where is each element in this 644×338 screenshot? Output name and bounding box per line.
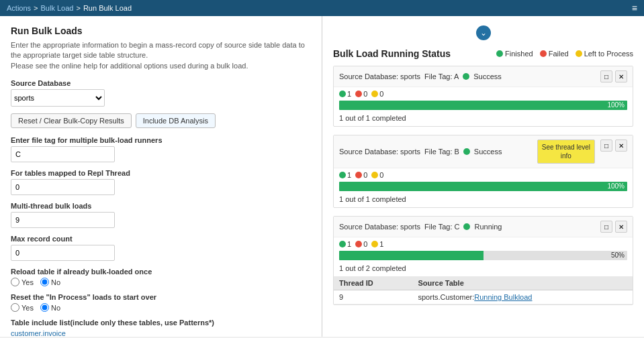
db-card-b-completed: 1 out of 1 completed	[334, 194, 633, 207]
progress-bar-a: 100%	[339, 101, 627, 110]
db-card-b-close-btn[interactable]: ✕	[615, 139, 627, 152]
db-card-c-header: Source Database: sports File Tag: C Runn…	[334, 217, 633, 237]
db-card-a-header: Source Database: sports File Tag: A Succ…	[334, 66, 633, 87]
counter-c-red-val: 0	[363, 240, 367, 248]
thread-table: Thread ID Source Table 9 sports.Customer…	[334, 276, 633, 304]
progress-bar-b-label: 100%	[607, 182, 625, 191]
reset-clear-button[interactable]: Reset / Clear Bulk-Copy Results	[11, 113, 132, 128]
reset-no-radio[interactable]	[40, 303, 49, 312]
reset-yes-option[interactable]: Yes	[11, 303, 34, 312]
file-tag-label: Enter file tag for multiple bulk-load ru…	[11, 136, 311, 144]
db-card-b-tag: File Tag: B	[424, 148, 459, 156]
legend-left-to-process-label: Left to Process	[584, 50, 633, 58]
counter-c-green-val: 1	[347, 240, 351, 248]
thread-col-id: Thread ID	[334, 276, 413, 290]
reset-yes-radio[interactable]	[11, 303, 19, 312]
db-card-a-counters: 1 0 0	[334, 87, 633, 101]
left-to-process-dot	[576, 50, 582, 57]
counter-b-yellow-val: 0	[379, 171, 383, 179]
db-card-c-expand-btn[interactable]: □	[600, 221, 612, 233]
source-database-group: Source Database sports other	[11, 79, 311, 107]
counter-b-red-dot	[355, 172, 362, 178]
legend-finished: Finished	[496, 50, 533, 58]
reload-no-label: No	[51, 278, 60, 286]
reset-inprocess-radios: Yes No	[11, 303, 311, 312]
chevron-down-icon[interactable]: ⌄	[476, 25, 491, 40]
reload-yes-radio[interactable]	[11, 278, 19, 286]
db-card-a-completed: 1 out of 1 completed	[334, 113, 633, 126]
db-card-c-tag: File Tag: C	[424, 223, 459, 231]
reload-table-group: Reload table if already bulk-loaded once…	[11, 268, 311, 286]
reset-yes-label: Yes	[21, 304, 34, 312]
actions-link[interactable]: Actions	[7, 4, 31, 12]
repl-thread-label: For tables mapped to Repl Thread	[11, 169, 311, 177]
status-legend: Finished Failed Left to Process	[496, 50, 633, 58]
reload-table-label: Reload table if already bulk-loaded once	[11, 268, 311, 276]
counter-a-green-dot	[339, 91, 346, 97]
max-record-label: Max record count	[11, 235, 311, 243]
reset-no-label: No	[51, 304, 60, 312]
db-card-b-title: Source Database: sports File Tag: B Succ…	[339, 148, 502, 156]
include-db-analysis-button[interactable]: Include DB Analysis	[136, 113, 216, 128]
file-tag-input[interactable]	[11, 146, 115, 162]
counter-a-green: 1	[339, 90, 351, 98]
reload-table-radios: Yes No	[11, 278, 311, 286]
running-bulkload-link[interactable]: Running Bulkload	[474, 293, 532, 301]
db-card-a-actions: □ ✕	[600, 70, 627, 82]
settings-icon[interactable]: ≡	[632, 3, 637, 13]
db-card-b-expand-btn[interactable]: □	[600, 139, 612, 152]
reload-no-option[interactable]: No	[40, 278, 60, 286]
multi-thread-label: Multi-thread bulk loads	[11, 202, 311, 210]
source-database-label: Source Database	[11, 79, 311, 87]
max-record-input[interactable]	[11, 245, 115, 261]
db-card-c-source: Source Database: sports	[339, 223, 420, 231]
db-card-b-status-dot	[463, 148, 470, 155]
db-card-c-completed: 1 out of 2 completed	[334, 263, 633, 276]
table-include-link[interactable]: customer.invoice	[11, 329, 66, 337]
counter-c-green-dot	[339, 241, 346, 247]
repl-thread-group: For tables mapped to Repl Thread	[11, 169, 311, 195]
counter-a-yellow: 0	[371, 90, 383, 98]
thread-level-tooltip: See thread levelinfo	[537, 139, 595, 164]
db-card-b-header: Source Database: sports File Tag: B Succ…	[334, 135, 633, 168]
legend-finished-label: Finished	[505, 50, 533, 58]
right-panel-title: Bulk Load Running Status	[333, 48, 451, 59]
table-include-group: Table include list(include only these ta…	[11, 319, 311, 337]
db-card-a-close-btn[interactable]: ✕	[615, 70, 627, 82]
thread-col-source: Source Table	[413, 276, 633, 290]
table-include-label: Table include list(include only these ta…	[11, 319, 311, 327]
source-database-select[interactable]: sports other	[11, 89, 105, 107]
status-header: Bulk Load Running Status Finished Failed…	[333, 48, 633, 59]
db-card-a-expand-btn[interactable]: □	[600, 70, 612, 82]
progress-bar-a-label: 100%	[607, 101, 625, 110]
counter-c-red-dot	[355, 241, 362, 247]
thread-source-cell: sports.Customer:Running Bulkload	[413, 290, 633, 304]
reset-inprocess-label: Reset the "In Process" loads to start ov…	[11, 293, 311, 301]
counter-a-red-dot	[355, 91, 362, 97]
left-panel-title: Run Bulk Loads	[11, 25, 311, 36]
reload-yes-option[interactable]: Yes	[11, 278, 34, 286]
thread-id-cell: 9	[334, 290, 413, 304]
db-card-c-status-dot	[463, 223, 470, 230]
db-card-c-close-btn[interactable]: ✕	[615, 221, 627, 233]
main-container: Run Bulk Loads Enter the appropriate inf…	[0, 16, 644, 337]
counter-c-yellow: 1	[371, 240, 383, 248]
multi-thread-input[interactable]	[11, 212, 115, 228]
repl-thread-input[interactable]	[11, 179, 115, 195]
progress-bar-b: 100%	[339, 182, 627, 191]
counter-a-green-val: 1	[347, 90, 351, 98]
left-panel-desc: Enter the appropriate information to beg…	[11, 40, 311, 71]
reload-no-radio[interactable]	[40, 278, 49, 286]
db-card-a-tag: File Tag: A	[424, 72, 459, 80]
db-card-c-actions: □ ✕	[600, 221, 627, 233]
thread-row: 9 sports.Customer:Running Bulkload	[334, 290, 633, 304]
counter-b-green: 1	[339, 171, 351, 179]
file-tag-group: Enter file tag for multiple bulk-load ru…	[11, 136, 311, 162]
progress-bar-a-fill	[339, 101, 627, 110]
multi-thread-group: Multi-thread bulk loads	[11, 202, 311, 228]
progress-bar-c-fill	[339, 251, 484, 260]
db-card-b: Source Database: sports File Tag: B Succ…	[333, 135, 633, 208]
bulk-load-link[interactable]: Bulk Load	[41, 4, 74, 12]
reset-no-option[interactable]: No	[40, 303, 60, 312]
legend-failed: Failed	[540, 50, 569, 58]
